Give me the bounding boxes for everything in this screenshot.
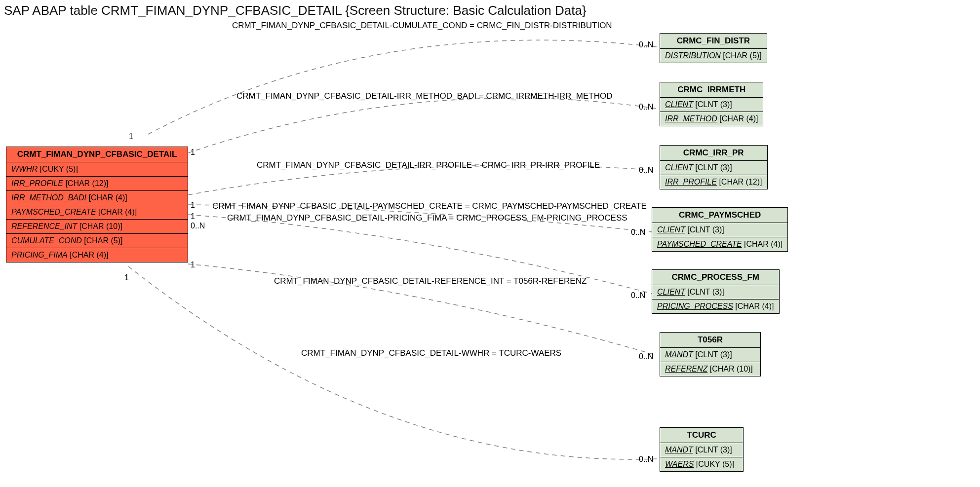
relationship-label: CRMT_FIMAN_DYNP_CFBASIC_DETAIL-PAYMSCHED… xyxy=(212,201,647,211)
field-row: IRR_PROFILE [CHAR (12)] xyxy=(660,175,767,189)
ref-header: CRMC_IRRMETH xyxy=(660,82,763,98)
ref-header: TCURC xyxy=(660,428,743,443)
ref-table-crmc-irrmeth: CRMC_IRRMETH CLIENT [CLNT (3)] IRR_METHO… xyxy=(660,82,763,126)
main-table-header: CRMT_FIMAN_DYNP_CFBASIC_DETAIL xyxy=(6,147,188,162)
field-row: CLIENT [CLNT (3)] xyxy=(652,285,779,300)
page-title: SAP ABAP table CRMT_FIMAN_DYNP_CFBASIC_D… xyxy=(4,3,587,18)
field-row: IRR_METHOD [CHAR (4)] xyxy=(660,112,763,126)
ref-header: CRMC_FIN_DISTR xyxy=(660,34,767,49)
field-row: IRR_PROFILE [CHAR (12)] xyxy=(6,177,188,191)
cardinality-label: 0..N xyxy=(191,222,205,230)
field-row: MANDT [CLNT (3)] xyxy=(660,348,760,362)
cardinality-label: 1 xyxy=(191,212,195,221)
cardinality-label: 1 xyxy=(191,148,195,157)
ref-table-tcurc: TCURC MANDT [CLNT (3)] WAERS [CUKY (5)] xyxy=(660,427,744,472)
field-row: PRICING_FIMA [CHAR (4)] xyxy=(6,248,188,262)
cardinality-label: 1 xyxy=(124,273,129,282)
cardinality-label: 0..N xyxy=(639,166,653,175)
cardinality-label: 0..N xyxy=(639,103,653,112)
field-row: CLIENT [CLNT (3)] xyxy=(660,98,763,112)
relationship-label: CRMT_FIMAN_DYNP_CFBASIC_DETAIL-PRICING_F… xyxy=(227,213,627,223)
ref-table-crmc-irr-pr: CRMC_IRR_PR CLIENT [CLNT (3)] IRR_PROFIL… xyxy=(660,145,768,189)
relationship-label: CRMT_FIMAN_DYNP_CFBASIC_DETAIL-IRR_PROFI… xyxy=(257,160,600,170)
field-row: WWHR [CUKY (5)] xyxy=(6,162,188,177)
ref-table-crmc-process-fm: CRMC_PROCESS_FM CLIENT [CLNT (3)] PRICIN… xyxy=(652,269,780,314)
cardinality-label: 1 xyxy=(191,201,195,210)
cardinality-label: 0..N xyxy=(639,455,653,464)
ref-table-crmc-fin-distr: CRMC_FIN_DISTR DISTRIBUTION [CHAR (5)] xyxy=(660,33,767,63)
relationship-label: CRMT_FIMAN_DYNP_CFBASIC_DETAIL-WWHR = TC… xyxy=(301,348,561,358)
ref-header: CRMC_PROCESS_FM xyxy=(652,270,779,285)
field-row: PRICING_PROCESS [CHAR (4)] xyxy=(652,300,779,313)
cardinality-label: 0..N xyxy=(639,352,653,361)
cardinality-label: 0..N xyxy=(639,40,653,49)
field-row: DISTRIBUTION [CHAR (5)] xyxy=(660,49,767,63)
main-table: CRMT_FIMAN_DYNP_CFBASIC_DETAIL WWHR [CUK… xyxy=(6,147,188,262)
ref-header: T056R xyxy=(660,333,760,348)
cardinality-label: 0..N xyxy=(631,291,645,300)
field-row: PAYMSCHED_CREATE [CHAR (4)] xyxy=(6,205,188,220)
cardinality-label: 1 xyxy=(129,132,133,141)
relationship-label: CRMT_FIMAN_DYNP_CFBASIC_DETAIL-IRR_METHO… xyxy=(236,91,612,101)
field-row: MANDT [CLNT (3)] xyxy=(660,443,743,457)
field-row: PAYMSCHED_CREATE [CHAR (4)] xyxy=(652,237,787,251)
field-row: IRR_METHOD_BADI [CHAR (4)] xyxy=(6,191,188,205)
cardinality-label: 0..N xyxy=(631,228,645,237)
field-row: REFERENCE_INT [CHAR (10)] xyxy=(6,220,188,234)
field-row: WAERS [CUKY (5)] xyxy=(660,457,743,471)
ref-header: CRMC_IRR_PR xyxy=(660,146,767,161)
field-row: REFERENZ [CHAR (10)] xyxy=(660,362,760,376)
field-row: CLIENT [CLNT (3)] xyxy=(660,161,767,175)
field-row: CUMULATE_COND [CHAR (5)] xyxy=(6,234,188,248)
ref-header: CRMC_PAYMSCHED xyxy=(652,208,787,223)
ref-table-t056r: T056R MANDT [CLNT (3)] REFERENZ [CHAR (1… xyxy=(660,332,761,376)
cardinality-label: 1 xyxy=(191,261,195,269)
ref-table-crmc-paymsched: CRMC_PAYMSCHED CLIENT [CLNT (3)] PAYMSCH… xyxy=(652,207,788,252)
relationship-label: CRMT_FIMAN_DYNP_CFBASIC_DETAIL-REFERENCE… xyxy=(274,276,587,286)
field-row: CLIENT [CLNT (3)] xyxy=(652,223,787,237)
relationship-label: CRMT_FIMAN_DYNP_CFBASIC_DETAIL-CUMULATE_… xyxy=(232,21,612,31)
